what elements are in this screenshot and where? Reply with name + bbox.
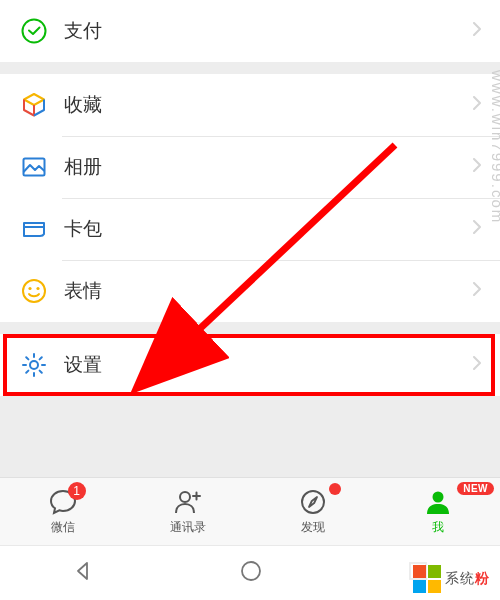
svg-point-9 [432,492,443,503]
tabbar: 1 微信 通讯录 发现 NEW 我 [0,477,500,545]
chevron-right-icon [472,95,482,115]
tab-me-new-badge: NEW [457,482,494,495]
tab-discover-dot [329,483,341,495]
row-pay[interactable]: 支付 [0,0,500,62]
tab-discover-label: 发现 [301,519,325,536]
nav-home-icon[interactable] [238,558,264,588]
logo-tiles-icon [413,565,441,593]
row-favorites-label: 收藏 [64,92,456,118]
row-settings-label: 设置 [64,352,456,378]
svg-point-0 [23,20,46,43]
row-settings[interactable]: 设置 [0,334,500,396]
tab-contacts[interactable]: 通讯录 [125,478,250,545]
svg-point-7 [180,492,190,502]
row-cards[interactable]: 卡包 [0,198,500,260]
photo-icon [20,153,48,181]
card-icon [20,215,48,243]
row-pay-label: 支付 [64,18,456,44]
row-stickers-label: 表情 [64,278,456,304]
svg-point-8 [302,491,324,513]
nav-back-icon[interactable] [71,559,95,587]
svg-point-10 [242,562,260,580]
row-album[interactable]: 相册 [0,136,500,198]
gear-icon [20,351,48,379]
svg-point-5 [30,361,38,369]
tab-chats[interactable]: 1 微信 [0,478,125,545]
tab-discover[interactable]: 发现 [250,478,375,545]
watermark-url: www.win7999.com [489,70,500,224]
row-cards-label: 卡包 [64,216,456,242]
row-stickers[interactable]: 表情 [0,260,500,322]
compass-icon [298,487,328,517]
watermark-brand: 系统粉 [409,562,494,596]
smile-icon [20,277,48,305]
section-divider [0,322,500,334]
svg-point-4 [36,287,39,290]
contacts-icon [173,487,203,517]
chevron-right-icon [472,355,482,375]
tab-chats-label: 微信 [51,519,75,536]
cube-icon [20,91,48,119]
chevron-right-icon [472,219,482,239]
watermark-brand-text: 系统粉 [445,570,490,588]
section-divider [0,62,500,74]
tab-contacts-label: 通讯录 [170,519,206,536]
row-favorites[interactable]: 收藏 [0,74,500,136]
me-icon [423,487,453,517]
tab-me-label: 我 [432,519,444,536]
tab-chats-badge: 1 [68,482,86,500]
section-divider [0,396,500,417]
svg-point-3 [28,287,31,290]
pay-icon [20,17,48,45]
chevron-right-icon [472,21,482,41]
chevron-right-icon [472,157,482,177]
chevron-right-icon [472,281,482,301]
svg-point-2 [23,280,45,302]
tab-me[interactable]: NEW 我 [375,478,500,545]
row-album-label: 相册 [64,154,456,180]
